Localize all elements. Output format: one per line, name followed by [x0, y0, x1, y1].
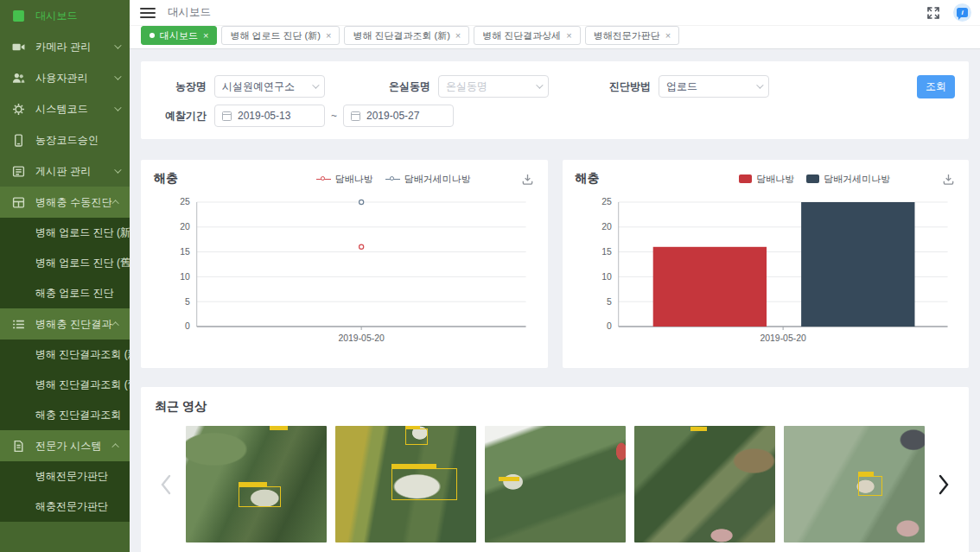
sidebar-subitem-7-1[interactable]: 병해 진단결과조회 (舊)	[0, 370, 130, 400]
sidebar-item-1[interactable]: 카메라 관리	[0, 31, 130, 62]
range-separator: ~	[331, 110, 337, 122]
carousel-prev-button[interactable]	[155, 426, 177, 542]
tomato-leaf-photo-1[interactable]	[186, 426, 327, 542]
chevron-down-icon	[756, 81, 763, 88]
tab-2[interactable]: 병해 진단결과조회 (新)×	[344, 26, 469, 45]
svg-text:0: 0	[606, 321, 611, 331]
sidebar-item-5[interactable]: 게시판 관리	[0, 155, 130, 187]
dashboard-icon	[12, 10, 25, 22]
legend-marker-icon	[806, 174, 819, 183]
detection-box	[391, 468, 458, 501]
date-from-input[interactable]: 2019-05-13	[214, 105, 325, 127]
users-icon	[12, 72, 25, 85]
tab-label: 병해 진단결과조회 (新)	[353, 29, 449, 42]
sidebar-subitem-7-0[interactable]: 병해 진단결과조회 (新)	[0, 339, 130, 370]
main-area: 대시보드 i 대시보드×병해 업로드 진단 (新)×병해 진단결과조회 (新)×…	[130, 0, 980, 552]
tab-4[interactable]: 병해전문가판단×	[585, 26, 679, 45]
sidebar-item-0[interactable]: 대시보드	[0, 0, 130, 31]
tomato-leaf-photo-2[interactable]	[335, 426, 476, 542]
detection-label-tag	[405, 426, 420, 428]
sidebar-item-label: 시스템코드	[35, 102, 114, 117]
sidebar-subitem-6-0[interactable]: 병해 업로드 진단 (新)	[0, 218, 130, 248]
legend-item[interactable]: 담배거세미나방	[806, 173, 890, 186]
sidebar-item-label: 병해충 진단결과	[35, 317, 114, 332]
sidebar-item-label: 게시판 관리	[35, 164, 114, 179]
manual-diagnosis-icon	[12, 196, 25, 209]
system-code-icon	[12, 103, 25, 116]
greenhouse-label: 온실동명	[354, 79, 430, 94]
svg-text:15: 15	[180, 247, 190, 257]
date-to-input[interactable]: 2019-05-27	[343, 105, 454, 127]
tomato-leaf-photo-4[interactable]	[634, 426, 775, 542]
topbar: 대시보드 i	[130, 0, 980, 26]
tab-close-icon[interactable]: ×	[326, 31, 331, 41]
tomato-leaf-photo-3[interactable]	[485, 426, 626, 542]
info-icon[interactable]: i	[953, 3, 971, 22]
sidebar-subitem-6-2[interactable]: 해충 업로드 진단	[0, 278, 130, 308]
sidebar-item-2[interactable]: 사용자관리	[0, 62, 130, 93]
sidebar-item-label: 농장코드승인	[35, 133, 119, 148]
sidebar-submenu: 병해전문가판단해충전문가판단	[0, 461, 130, 522]
tab-1[interactable]: 병해 업로드 진단 (新)×	[221, 26, 340, 45]
legend-item[interactable]: 담배나방	[739, 173, 794, 186]
svg-text:25: 25	[601, 197, 612, 206]
svg-text:2019-05-20: 2019-05-20	[760, 333, 806, 343]
chevron-down-icon	[312, 81, 319, 88]
chart-legend: 담배나방담배거세미나방	[688, 173, 943, 186]
tomato-leaf-photo-5[interactable]	[784, 426, 925, 542]
svg-text:15: 15	[601, 247, 612, 257]
legend-item[interactable]: 담배나방	[316, 173, 373, 186]
tab-3[interactable]: 병해 진단결과상세×	[474, 26, 581, 45]
legend-marker-icon	[739, 174, 752, 183]
tab-close-icon[interactable]: ×	[566, 31, 571, 41]
carousel-next-button[interactable]	[932, 426, 955, 542]
sidebar-item-3[interactable]: 시스템코드	[0, 93, 130, 124]
detection-label-tag	[858, 472, 874, 476]
svg-text:20: 20	[180, 222, 190, 232]
active-tab-dot	[150, 33, 155, 38]
sidebar-menu: 대시보드카메라 관리사용자관리시스템코드농장코드승인게시판 관리병해충 수동진단…	[0, 0, 130, 522]
svg-text:5: 5	[185, 297, 190, 307]
detection-box	[239, 486, 281, 507]
tab-bar: 대시보드×병해 업로드 진단 (新)×병해 진단결과조회 (新)×병해 진단결과…	[130, 26, 980, 49]
download-icon[interactable]	[521, 173, 535, 186]
legend-label: 담배거세미나방	[404, 173, 471, 186]
legend-item[interactable]: 담배거세미나방	[385, 173, 471, 186]
recent-images-panel: 최근 영상	[141, 387, 969, 552]
app-root: 대시보드카메라 관리사용자관리시스템코드농장코드승인게시판 관리병해충 수동진단…	[0, 0, 980, 552]
search-button[interactable]: 조회	[917, 75, 955, 98]
tab-label: 병해 업로드 진단 (新)	[230, 29, 321, 42]
image-carousel	[155, 426, 955, 542]
legend-label: 담배나방	[335, 173, 373, 186]
fullscreen-icon[interactable]	[927, 7, 939, 19]
download-icon[interactable]	[942, 173, 956, 186]
chart-title: 해충	[576, 171, 688, 187]
greenhouse-select[interactable]: 온실동명	[438, 75, 549, 98]
tab-close-icon[interactable]: ×	[203, 31, 208, 41]
svg-text:10: 10	[601, 272, 612, 282]
sidebar-subitem-8-1[interactable]: 해충전문가판단	[0, 492, 130, 522]
calendar-icon	[351, 111, 360, 121]
diagnosis-method-label: 진단방법	[559, 79, 651, 94]
tab-0[interactable]: 대시보드×	[141, 26, 217, 45]
sidebar-item-label: 사용자관리	[35, 71, 114, 86]
sidebar-subitem-6-1[interactable]: 병해 업로드 진단 (舊)	[0, 248, 130, 278]
chart-title: 해충	[154, 171, 266, 187]
sidebar-item-8[interactable]: 전문가 시스템	[0, 430, 130, 461]
tab-close-icon[interactable]: ×	[455, 31, 461, 41]
sidebar-subitem-7-2[interactable]: 해충 진단결과조회	[0, 400, 130, 430]
chevron-down-icon	[114, 41, 121, 48]
chevron-down-icon	[114, 104, 121, 111]
sidebar-subitem-8-0[interactable]: 병해전문가판단	[0, 461, 130, 492]
survey-period-label: 예찰기간	[155, 109, 207, 124]
diagnosis-method-select[interactable]: 업로드	[659, 75, 769, 98]
sidebar-item-6[interactable]: 병해충 수동진단	[0, 187, 130, 218]
chevron-down-icon	[536, 81, 543, 88]
hamburger-menu-icon[interactable]	[140, 8, 156, 18]
sidebar-item-4[interactable]: 농장코드승인	[0, 124, 130, 155]
farm-name-select[interactable]: 시설원예연구소	[214, 75, 325, 98]
sidebar-item-7[interactable]: 병해충 진단결과	[0, 308, 130, 339]
legend-label: 담배거세미나방	[824, 173, 890, 186]
tab-close-icon[interactable]: ×	[665, 31, 671, 41]
sidebar-item-label: 병해충 수동진단	[35, 195, 114, 210]
